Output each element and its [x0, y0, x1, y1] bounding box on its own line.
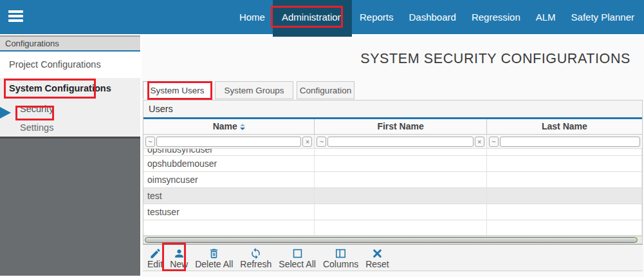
filter-operator-button[interactable]: ~ [317, 137, 326, 147]
tab-system-users[interactable]: System Users [143, 81, 212, 99]
table-row-empty [143, 220, 642, 236]
select-all-button[interactable]: Select All [279, 247, 316, 269]
table-row[interactable]: oimsyncuser [143, 172, 642, 188]
filter-input-last-name[interactable] [500, 137, 640, 147]
refresh-label: Refresh [240, 260, 271, 269]
filter-cell-last-name: ~ [487, 135, 642, 148]
cell-name: opshubdemouser [143, 156, 315, 171]
filter-operator-button[interactable]: ~ [145, 137, 155, 147]
grid-toolbar: Edit New Delete All Refresh Select All C… [143, 244, 643, 271]
table-row[interactable]: opshubsyncuser [143, 149, 642, 156]
edit-button[interactable]: Edit [147, 247, 163, 269]
cell-name: test [143, 188, 315, 204]
nav-item-alm[interactable]: ALM [528, 0, 564, 34]
trash-icon [208, 247, 220, 260]
reset-button[interactable]: Reset [365, 247, 389, 269]
users-grid: Users Name First Name Last Name ~ × ~ [143, 100, 643, 244]
reset-label: Reset [365, 260, 389, 269]
filter-clear-button[interactable]: × [475, 137, 484, 147]
filter-cell-first-name: ~ × [315, 135, 486, 148]
panel-title: Users [143, 100, 642, 119]
table-row[interactable]: testuser [143, 204, 642, 220]
table-row[interactable]: opshubdemouser [143, 156, 642, 172]
nav-item-safety-planner[interactable]: Safety Planner [564, 0, 642, 34]
table-filter-row: ~ × ~ × ~ [143, 135, 642, 149]
column-header-name-label: Name [213, 119, 237, 134]
edit-label: Edit [147, 260, 163, 269]
column-header-first-name-label: First Name [377, 119, 423, 134]
main-content: SYSTEM SECURITY CONFIGURATIONS System Us… [142, 35, 644, 277]
column-header-last-name-label: Last Name [542, 119, 587, 134]
nav-item-regression[interactable]: Regression [464, 0, 528, 34]
nav-item-reports[interactable]: Reports [352, 0, 401, 34]
column-header-name[interactable]: Name [143, 119, 315, 134]
sidebar-item-project-configurations[interactable]: Project Configurations [0, 52, 140, 78]
cell-name: testuser [143, 204, 315, 220]
filter-clear-button[interactable]: × [302, 137, 312, 147]
column-header-first-name[interactable]: First Name [315, 119, 486, 134]
delete-all-label: Delete All [195, 260, 233, 269]
table-row-selected[interactable]: test [143, 188, 642, 204]
horizontal-scrollbar-thumb[interactable] [145, 237, 638, 243]
cell-name: opshubsyncuser [147, 149, 213, 155]
sidebar-header: Configurations [0, 35, 140, 52]
select-all-label: Select All [279, 260, 316, 269]
sidebar-item-security[interactable]: Security [0, 99, 140, 120]
cell-name: oimsyncuser [143, 172, 315, 187]
tab-configuration[interactable]: Configuration [297, 81, 354, 99]
filter-input-first-name[interactable] [327, 137, 473, 147]
columns-icon [335, 247, 347, 260]
x-icon [371, 247, 383, 260]
sort-icon[interactable] [240, 124, 245, 130]
table-header-row: Name First Name Last Name [143, 119, 642, 135]
horizontal-scrollbar-track [143, 236, 642, 244]
square-icon [291, 247, 304, 260]
column-header-last-name[interactable]: Last Name [487, 119, 642, 134]
filter-operator-button[interactable]: ~ [489, 137, 499, 147]
hamburger-menu-icon[interactable] [8, 10, 23, 23]
filter-input-name[interactable] [156, 137, 301, 147]
top-navbar: Home Administration Reports Dashboard Re… [0, 0, 644, 34]
columns-label: Columns [323, 260, 358, 269]
pencil-icon [149, 247, 161, 260]
tab-system-groups[interactable]: System Groups [215, 81, 293, 99]
filter-cell-name: ~ × [143, 135, 315, 148]
nav-item-administration[interactable]: Administration [273, 0, 352, 37]
new-button[interactable]: New [170, 247, 188, 269]
refresh-icon [250, 247, 262, 260]
refresh-button[interactable]: Refresh [240, 247, 271, 269]
active-item-arrow-icon [0, 107, 11, 119]
sidebar-dark-area [0, 138, 140, 276]
nav-items: Home Administration Reports Dashboard Re… [232, 0, 644, 34]
sidebar-item-system-configurations[interactable]: System Configurations [0, 78, 140, 99]
nav-item-dashboard[interactable]: Dashboard [401, 0, 463, 34]
user-icon [173, 247, 185, 260]
sidebar: Configurations Project Configurations Sy… [0, 35, 140, 277]
nav-item-home[interactable]: Home [232, 0, 273, 34]
columns-button[interactable]: Columns [323, 247, 358, 269]
sidebar-item-settings[interactable]: Settings [0, 120, 140, 137]
page-title: SYSTEM SECURITY CONFIGURATIONS [360, 51, 630, 67]
new-label: New [170, 260, 188, 269]
delete-all-button[interactable]: Delete All [195, 247, 233, 269]
tab-bar: System Users System Groups Configuration [143, 81, 358, 99]
